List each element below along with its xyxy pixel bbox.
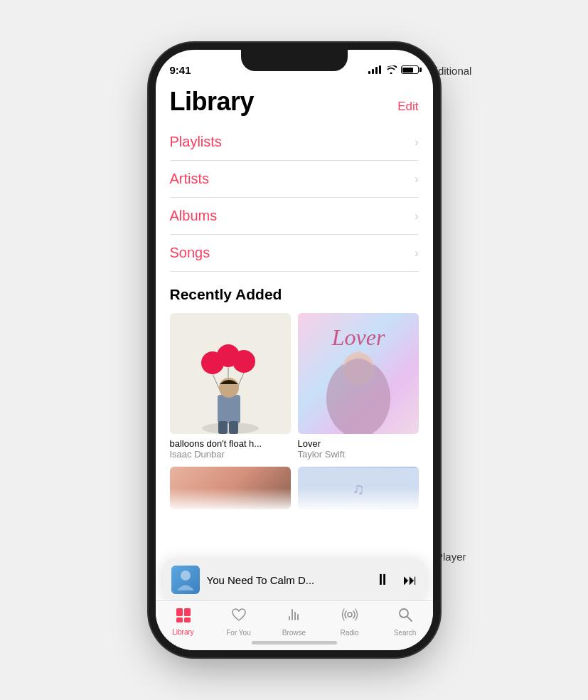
svg-point-28	[348, 612, 352, 617]
signal-icon	[368, 65, 381, 74]
page-title: Library	[170, 87, 255, 117]
wifi-icon	[385, 65, 397, 74]
svg-line-30	[407, 617, 412, 621]
section-title: Recently Added	[170, 286, 419, 303]
albums-row2: ♫	[170, 467, 419, 509]
tab-search-label: Search	[394, 629, 417, 637]
svg-rect-24	[176, 608, 183, 616]
tab-library-label: Library	[172, 628, 194, 636]
tab-for-you[interactable]: For You	[218, 607, 260, 637]
tab-radio[interactable]: Radio	[328, 607, 371, 637]
status-icons	[368, 65, 419, 74]
phone-frame: 9:41	[156, 50, 433, 650]
svg-rect-14	[218, 421, 228, 434]
tab-browse-label: Browse	[282, 629, 306, 637]
album-cover-balloons	[170, 313, 291, 434]
library-item-songs[interactable]: Songs ›	[170, 235, 419, 272]
chevron-icon: ›	[415, 136, 418, 149]
forward-button[interactable]: ⏭	[403, 572, 417, 588]
recently-added-section: Recently Added	[156, 272, 433, 516]
page-header: Library Edit	[156, 81, 433, 117]
svg-point-29	[400, 609, 408, 617]
svg-rect-15	[229, 421, 238, 434]
album-name-balloons: balloons don't float h...	[170, 438, 291, 449]
radio-icon	[341, 607, 358, 627]
library-item-albums[interactable]: Albums ›	[170, 198, 419, 235]
screen-content: Library Edit Playlists › Artists › Album…	[156, 81, 433, 650]
chevron-icon: ›	[415, 173, 418, 186]
svg-point-8	[232, 350, 255, 373]
heart-icon	[230, 607, 247, 627]
browse-icon	[286, 607, 303, 627]
svg-rect-27	[184, 617, 191, 622]
svg-rect-25	[184, 608, 191, 616]
player-controls: ⏸ ⏭	[375, 571, 417, 589]
status-time: 9:41	[170, 64, 191, 76]
tab-radio-label: Radio	[340, 629, 358, 637]
svg-point-23	[181, 571, 191, 580]
library-icon	[175, 607, 192, 626]
notch	[241, 50, 348, 71]
chevron-icon: ›	[415, 210, 418, 223]
svg-rect-26	[176, 617, 183, 622]
search-icon	[397, 607, 414, 627]
library-item-playlists[interactable]: Playlists ›	[170, 124, 419, 161]
tab-library[interactable]: Library	[162, 607, 205, 636]
home-indicator	[252, 641, 337, 645]
tab-for-you-label: For You	[226, 629, 250, 637]
tab-search[interactable]: Search	[384, 607, 427, 637]
album-artist-lover: Taylor Swift	[298, 449, 419, 460]
lover-illustration: Lover	[298, 313, 419, 434]
album-artist-balloons: Isaac Dunbar	[170, 449, 291, 460]
chevron-icon: ›	[415, 247, 418, 260]
album-name-lover: Lover	[298, 438, 419, 449]
battery-icon	[401, 65, 419, 74]
library-item-artists[interactable]: Artists ›	[170, 161, 419, 198]
albums-grid: balloons don't float h... Isaac Dunbar	[170, 313, 419, 460]
album-cover-lover: Lover	[298, 313, 419, 434]
player-bar[interactable]: You Need To Calm D... ⏸ ⏭	[163, 559, 426, 600]
svg-rect-12	[218, 395, 240, 423]
library-list: Playlists › Artists › Albums › Songs ›	[156, 124, 433, 272]
svg-text:Lover: Lover	[331, 324, 385, 350]
player-song-title: You Need To Calm D...	[207, 574, 368, 586]
tab-browse[interactable]: Browse	[273, 607, 316, 637]
player-album-art	[171, 566, 200, 594]
album-item-balloons[interactable]: balloons don't float h... Isaac Dunbar	[170, 313, 291, 460]
album-item-lover[interactable]: Lover Lover Taylor Swift	[298, 313, 419, 460]
balloons-illustration	[170, 313, 291, 434]
edit-button[interactable]: Edit	[397, 100, 418, 117]
pause-button[interactable]: ⏸	[375, 571, 390, 589]
